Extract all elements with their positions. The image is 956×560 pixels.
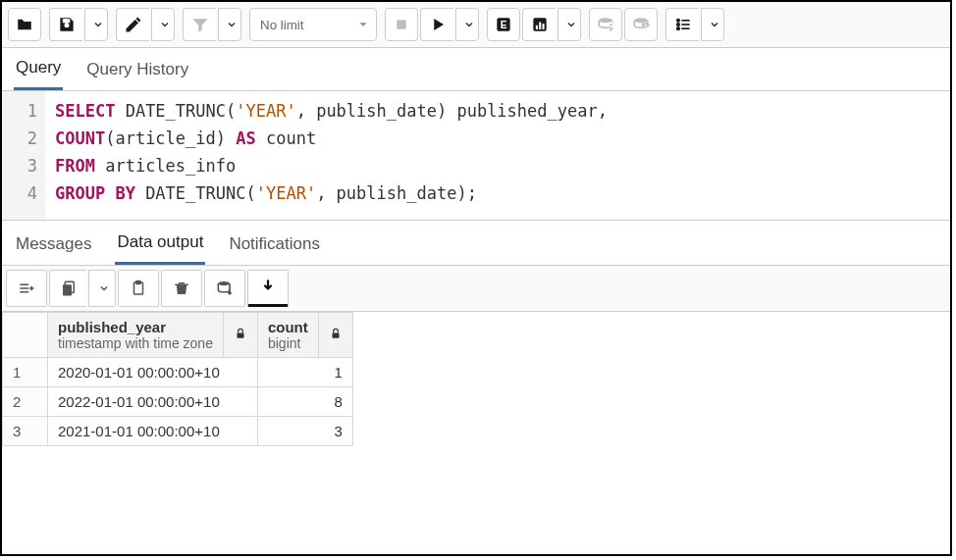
lock-icon: [329, 326, 343, 341]
editor-code[interactable]: SELECT DATE_TRUNC('YEAR', publish_date) …: [45, 91, 617, 220]
result-tabs: Messages Data output Notifications: [2, 221, 950, 266]
download-button[interactable]: [247, 270, 289, 307]
paste-button[interactable]: [118, 270, 159, 307]
code-line: GROUP BY DATE_TRUNC('YEAR', publish_date…: [55, 179, 608, 207]
svg-rect-5: [535, 25, 537, 29]
rollback-button[interactable]: [624, 8, 658, 41]
play-icon: [429, 16, 447, 33]
add-row-icon: [16, 280, 37, 297]
save-icon: [57, 15, 77, 34]
chevron-down-icon: [565, 19, 577, 30]
explain-button[interactable]: E: [487, 8, 520, 41]
save-data-button[interactable]: [204, 270, 245, 307]
line-number: 1: [2, 97, 37, 125]
column-header-published_year[interactable]: published_year timestamp with time zone: [48, 313, 224, 358]
tab-messages[interactable]: Messages: [14, 227, 93, 264]
svg-rect-26: [175, 284, 188, 286]
line-number: 2: [2, 125, 37, 152]
download-icon: [259, 279, 277, 296]
filter-icon: [190, 15, 210, 34]
column-name-label: published_year: [58, 319, 213, 335]
execute-button[interactable]: [420, 8, 453, 41]
copy-dropdown-button[interactable]: [88, 270, 116, 307]
editor-tabs: Query Query History: [2, 48, 950, 91]
list-icon: [673, 15, 693, 34]
chevron-down-icon: [98, 282, 110, 294]
edit-button[interactable]: [116, 8, 149, 41]
line-number: 4: [2, 179, 37, 207]
cell-published_year[interactable]: 2022-01-01 00:00:00+10: [48, 387, 258, 417]
commit-button[interactable]: [589, 8, 622, 41]
svg-rect-25: [136, 281, 141, 284]
macros-dropdown-button[interactable]: [701, 8, 724, 41]
svg-rect-7: [542, 24, 544, 29]
grid-corner: [3, 313, 48, 358]
stop-button[interactable]: [385, 8, 418, 41]
editor-gutter: 1234: [2, 91, 45, 220]
chevron-down-icon: [463, 19, 475, 30]
delete-row-button[interactable]: [161, 270, 202, 307]
cell-count[interactable]: 3: [257, 417, 352, 446]
copy-icon: [60, 279, 78, 298]
macros-button[interactable]: [665, 8, 699, 41]
column-type-label: bigint: [268, 335, 308, 351]
chevron-down-icon: [92, 19, 104, 30]
chevron-down-icon: [226, 19, 238, 30]
table-row[interactable]: 12020-01-01 00:00:00+101: [3, 358, 353, 387]
pencil-icon: [124, 15, 143, 34]
data-output-grid: published_year timestamp with time zone …: [2, 312, 950, 554]
open-file-button[interactable]: [8, 8, 41, 41]
cell-published_year[interactable]: 2020-01-01 00:00:00+10: [48, 358, 258, 387]
explain-analyze-button[interactable]: [522, 8, 556, 41]
svg-rect-23: [63, 284, 72, 295]
chevron-down-icon: [356, 18, 370, 31]
svg-point-27: [218, 281, 230, 285]
edit-dropdown-button[interactable]: [151, 8, 175, 41]
tab-data-output[interactable]: Data output: [115, 225, 205, 265]
execute-dropdown-button[interactable]: [455, 8, 479, 41]
column-header-count[interactable]: count bigint: [257, 313, 318, 358]
svg-point-10: [634, 18, 647, 23]
lock-icon: [234, 326, 247, 341]
filter-dropdown-button[interactable]: [218, 8, 241, 41]
svg-point-13: [676, 24, 679, 26]
explain-icon: E: [494, 15, 513, 34]
code-line: FROM articles_info: [55, 152, 608, 179]
svg-rect-29: [332, 332, 339, 337]
cell-count[interactable]: 1: [257, 358, 352, 387]
table-row[interactable]: 22022-01-01 00:00:00+108: [3, 387, 353, 417]
code-line: COUNT(article_id) AS count: [55, 125, 608, 152]
svg-rect-1: [397, 20, 405, 28]
row-limit-label: No limit: [260, 18, 303, 32]
save-button[interactable]: [49, 8, 82, 41]
clipboard-icon: [130, 279, 147, 298]
chevron-down-icon: [709, 19, 720, 30]
svg-rect-6: [539, 23, 541, 30]
tab-query[interactable]: Query: [14, 50, 63, 90]
commit-icon: [595, 15, 616, 34]
svg-text:E: E: [501, 20, 507, 30]
tab-query-history[interactable]: Query History: [84, 52, 190, 89]
database-save-icon: [214, 279, 236, 298]
chevron-down-icon: [159, 19, 171, 30]
results-toolbar: [2, 266, 950, 312]
row-number[interactable]: 1: [3, 358, 48, 387]
column-lock-published_year: [223, 313, 257, 358]
table-row[interactable]: 32021-01-01 00:00:00+103: [3, 417, 353, 446]
stop-icon: [394, 17, 409, 32]
row-number[interactable]: 3: [3, 417, 48, 446]
copy-button[interactable]: [49, 270, 86, 307]
save-dropdown-button[interactable]: [84, 8, 108, 41]
cell-published_year[interactable]: 2021-01-01 00:00:00+10: [48, 417, 258, 446]
cell-count[interactable]: 8: [257, 387, 352, 417]
row-number[interactable]: 2: [3, 387, 48, 417]
tab-notifications[interactable]: Notifications: [227, 227, 322, 264]
code-line: SELECT DATE_TRUNC('YEAR', publish_date) …: [55, 97, 608, 125]
folder-icon: [15, 16, 34, 33]
filter-button[interactable]: [183, 8, 216, 41]
add-row-button[interactable]: [6, 270, 47, 307]
explain-dropdown-button[interactable]: [558, 8, 581, 41]
column-lock-count: [318, 313, 352, 358]
row-limit-select[interactable]: No limit: [249, 8, 377, 41]
sql-editor[interactable]: 1234 SELECT DATE_TRUNC('YEAR', publish_d…: [2, 91, 950, 221]
